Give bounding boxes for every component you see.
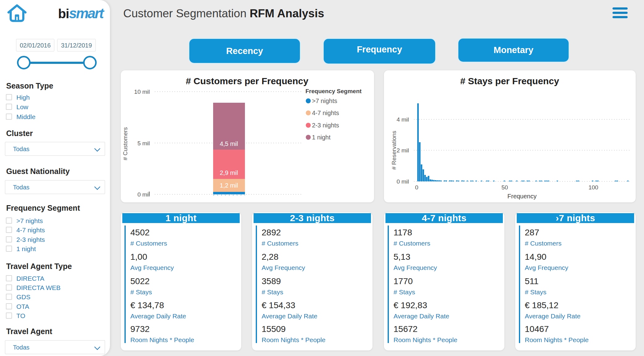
svg-text:50: 50 [501,184,508,191]
svg-text:10 mil: 10 mil [134,89,150,95]
svg-text:0 mil: 0 mil [397,178,409,185]
svg-text:4,5 mil: 4,5 mil [220,140,238,147]
svg-text:5 mil: 5 mil [137,140,150,147]
svg-text:4 mil: 4 mil [397,116,409,123]
svg-text:# Reservations: # Reservations [391,131,397,170]
svg-text:>7 nights: >7 nights [312,97,337,104]
svg-text:# Customers per Frequency: # Customers per Frequency [186,76,309,86]
svg-text:Frequency Segment: Frequency Segment [305,88,362,94]
svg-text:2-3 nights: 2-3 nights [312,122,339,129]
svg-text:1,2 mil: 1,2 mil [220,182,238,189]
svg-text:2 mil: 2 mil [397,147,409,154]
svg-text:100: 100 [588,184,598,191]
svg-text:0 mil: 0 mil [137,191,150,198]
svg-text:Frequency: Frequency [507,193,537,200]
svg-text:1 night: 1 night [312,134,330,141]
svg-text:4-7 nights: 4-7 nights [312,110,339,116]
svg-text:# Customers: # Customers [122,127,128,160]
svg-text:2,9 mil: 2,9 mil [220,169,238,176]
svg-text:0: 0 [415,184,419,191]
svg-text:# Stays per Frequency: # Stays per Frequency [460,76,559,86]
